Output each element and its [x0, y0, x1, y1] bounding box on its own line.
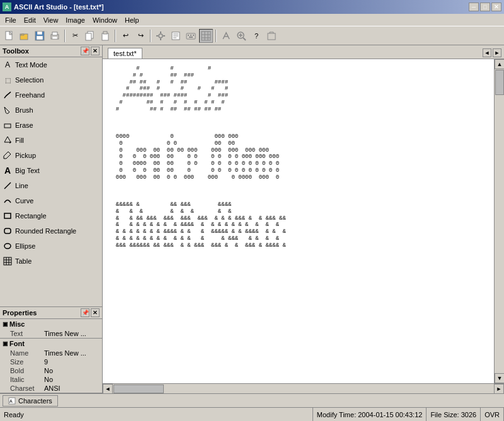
scroll-down-button[interactable]: ▼ — [495, 373, 504, 383]
menu-edit[interactable]: Edit — [20, 15, 40, 25]
tool-table-label: Table — [15, 257, 32, 265]
left-panel: Toolbox 📌 ✕ A Text Mode ⬚ Selection — [0, 45, 103, 393]
properties-pin-button[interactable]: 📌 — [81, 308, 89, 317]
canvas-nav-left[interactable]: ◄ — [483, 48, 491, 57]
svg-line-40 — [4, 182, 11, 189]
prop-misc-header[interactable]: ▣ Misc — [0, 319, 102, 329]
tool-list: A Text Mode ⬚ Selection Freehand — [0, 57, 102, 306]
scroll-track — [495, 69, 504, 373]
tool-selection[interactable]: ⬚ Selection — [0, 72, 102, 87]
status-modify-time: Modify Time: 2004-01-15 00:43:12 — [313, 408, 427, 421]
clipboard-button[interactable] — [169, 29, 183, 43]
properties-panel: Properties 📌 ✕ ▣ Misc Text Times New ... — [0, 306, 103, 393]
zoom-button[interactable] — [234, 29, 248, 43]
scroll-left-button[interactable]: ◄ — [103, 384, 113, 393]
scroll-up-button[interactable]: ▲ — [495, 59, 504, 69]
table-icon — [3, 256, 13, 266]
tool-ellipse[interactable]: Ellipse — [0, 239, 102, 254]
maximize-button[interactable]: □ — [480, 3, 490, 11]
menu-window[interactable]: Window — [89, 15, 121, 25]
toolbox-pin-button[interactable]: 📌 — [81, 47, 89, 55]
tool-freehand[interactable]: Freehand — [0, 87, 102, 103]
status-bar: Ready Modify Time: 2004-01-15 00:43:12 F… — [0, 407, 504, 421]
canvas-tab-test[interactable]: test.txt* — [108, 48, 142, 59]
scroll-right-button[interactable]: ► — [494, 384, 504, 393]
svg-rect-27 — [189, 36, 193, 38]
pickup-icon — [3, 150, 13, 160]
toolbar: ✂ ↩ ↪ ? — [0, 26, 504, 45]
menu-image[interactable]: Image — [62, 15, 89, 25]
new-button[interactable] — [3, 29, 16, 43]
keyboard-button[interactable] — [184, 29, 198, 43]
close-button[interactable]: ✕ — [491, 3, 501, 11]
tool-line-label: Line — [15, 182, 28, 189]
svg-rect-6 — [37, 36, 43, 40]
tool-freehand-label: Freehand — [15, 91, 45, 99]
prop-text-row: Text Times New ... — [0, 329, 102, 338]
prop-italic-label: Italic — [10, 376, 42, 383]
tool-text-mode[interactable]: A Text Mode — [0, 57, 102, 72]
paste-button[interactable] — [98, 29, 112, 43]
redo-button[interactable]: ↪ — [134, 29, 147, 43]
prop-name-label: Name — [10, 349, 42, 357]
svg-rect-8 — [52, 32, 57, 35]
toolbox: Toolbox 📌 ✕ A Text Mode ⬚ Selection — [0, 45, 103, 306]
svg-rect-24 — [188, 35, 189, 36]
tool-line[interactable]: Line — [0, 178, 102, 193]
grid-button[interactable] — [199, 29, 213, 43]
prop-name-row: Name Times New ... — [0, 349, 102, 357]
svg-rect-26 — [193, 35, 194, 36]
help-button[interactable]: ? — [249, 29, 263, 43]
tool-erase[interactable]: Erase — [0, 118, 102, 133]
h-scroll-thumb[interactable] — [113, 385, 164, 393]
tool-fill[interactable]: Fill — [0, 133, 102, 148]
rectangle-icon — [3, 211, 13, 221]
menu-help[interactable]: Help — [121, 15, 143, 25]
prop-size-label: Size — [10, 358, 42, 366]
undo-button[interactable]: ↩ — [118, 29, 132, 43]
scroll-thumb[interactable] — [495, 70, 504, 95]
separator-4 — [215, 30, 217, 42]
tool-pickup[interactable]: Pickup — [0, 148, 102, 163]
tool-rectangle[interactable]: Rectangle — [0, 208, 102, 223]
characters-tab-icon: A — [8, 397, 16, 405]
minimize-button[interactable]: ─ — [469, 3, 479, 11]
brush-icon — [3, 105, 13, 115]
characters-tab[interactable]: A Characters — [3, 395, 58, 407]
copy-button[interactable] — [83, 29, 97, 43]
tool-curve-label: Curve — [15, 197, 33, 205]
svg-rect-28 — [202, 31, 210, 40]
vertical-scrollbar[interactable]: ▲ ▼ — [494, 59, 504, 383]
separator-3 — [150, 30, 151, 42]
print-button[interactable] — [48, 29, 62, 43]
cut-button[interactable]: ✂ — [68, 29, 82, 43]
tool-big-text[interactable]: A Big Text — [0, 163, 102, 178]
tool-ellipse-label: Ellipse — [15, 242, 35, 250]
main-area: Toolbox 📌 ✕ A Text Mode ⬚ Selection — [0, 45, 504, 393]
tool1-button[interactable] — [219, 29, 233, 43]
menu-file[interactable]: File — [1, 15, 20, 25]
prop-text-value: Times New ... — [44, 330, 100, 337]
tool-curve[interactable]: Curve — [0, 193, 102, 208]
tool-brush[interactable]: Brush — [0, 103, 102, 118]
menu-view[interactable]: View — [40, 15, 62, 25]
toolbox-close-button[interactable]: ✕ — [91, 47, 100, 55]
properties-title: Properties — [3, 309, 37, 317]
tool-text-mode-label: Text Mode — [15, 61, 47, 69]
properties-close-button[interactable]: ✕ — [91, 308, 100, 317]
title-bar: A ASCII Art Studio - [test.txt*] ─ □ ✕ — [0, 0, 504, 14]
canvas-nav-right[interactable]: ► — [493, 48, 501, 57]
open-button[interactable] — [18, 29, 32, 43]
save-button[interactable] — [33, 29, 47, 43]
tool-table[interactable]: Table — [0, 254, 102, 269]
extra-button[interactable] — [265, 29, 278, 43]
prop-font-header[interactable]: ▣ Font — [0, 339, 102, 349]
line-icon — [3, 181, 13, 191]
horizontal-scrollbar: ◄ ► — [103, 383, 504, 393]
settings-button[interactable] — [154, 29, 168, 43]
canvas-scroll-area[interactable]: # # # # # ## ### ## ## # # ## #### # ###… — [103, 59, 494, 383]
canvas-content[interactable]: # # # # # ## ### ## ## # # ## #### # ###… — [103, 59, 494, 383]
rounded-rect-icon — [3, 226, 13, 236]
tool-rounded-rect-label: Rounded Rectangle — [15, 227, 76, 235]
tool-rounded-rect[interactable]: Rounded Rectangle — [0, 223, 102, 239]
